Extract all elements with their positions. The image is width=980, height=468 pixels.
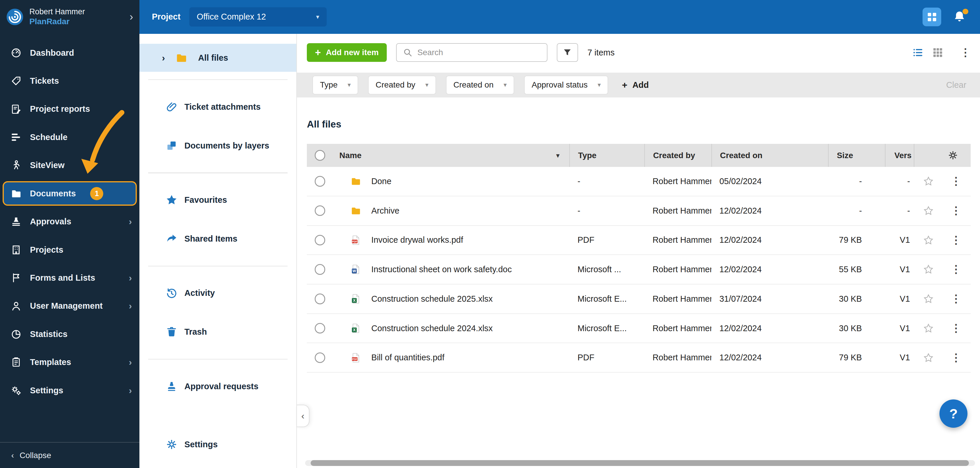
docnav-item-favourites[interactable]: Favourites: [139, 181, 296, 220]
sidebar-item-forms-and-lists[interactable]: Forms and Lists: [0, 264, 139, 292]
favourite-star-icon[interactable]: [923, 264, 934, 275]
row-checkbox[interactable]: [315, 176, 325, 186]
file-name[interactable]: Done: [371, 177, 391, 186]
sidebar-item-statistics[interactable]: Statistics: [0, 320, 139, 348]
expand-chevron-icon[interactable]: [162, 53, 165, 63]
row-checkbox[interactable]: [315, 352, 325, 363]
account-header[interactable]: Robert Hammer PlanRadar: [0, 0, 139, 34]
created-by: Robert Hammer: [644, 265, 711, 274]
file-name[interactable]: Invoice drywal works.pdf: [371, 235, 463, 245]
more-options-icon[interactable]: [960, 47, 970, 58]
sidebar-item-label: Approvals: [30, 217, 71, 226]
filter-button[interactable]: [557, 43, 578, 62]
favourite-star-icon[interactable]: [923, 205, 934, 216]
docnav-item-settings[interactable]: Settings: [139, 425, 296, 464]
clipboard-icon: [11, 357, 22, 368]
search-input[interactable]: [417, 48, 541, 57]
row-checkbox[interactable]: [315, 264, 325, 275]
row-menu-icon[interactable]: [951, 293, 961, 304]
project-label: Project: [152, 12, 181, 22]
favourite-star-icon[interactable]: [923, 235, 934, 245]
apps-grid-icon: [926, 11, 938, 23]
add-filter-button[interactable]: Add: [622, 80, 649, 91]
add-new-item-label: Add new item: [326, 48, 379, 57]
row-checkbox[interactable]: [315, 323, 325, 333]
file-size: 55 KB: [828, 265, 885, 274]
collapse-panel-handle[interactable]: [297, 405, 309, 427]
topbar: Project Office Complex 12: [139, 0, 980, 34]
divider: [148, 359, 288, 360]
sidebar-item-user-management[interactable]: User Management: [0, 292, 139, 320]
file-name[interactable]: Construction schedule 2025.xlsx: [371, 294, 493, 304]
collapse-sidebar-button[interactable]: Collapse: [0, 442, 139, 468]
list-view-icon[interactable]: [913, 47, 923, 58]
scrollbar-thumb[interactable]: [310, 460, 969, 466]
sidebar-item-project-reports[interactable]: Project reports: [0, 95, 139, 123]
column-header-version[interactable]: Vers: [885, 144, 914, 167]
docnav-item-documents-by-layers[interactable]: Documents by layers: [139, 126, 296, 165]
filter-dropdown-created-on[interactable]: Created on: [446, 76, 514, 94]
file-name[interactable]: Bill of quantities.pdf: [371, 353, 444, 362]
column-settings-button[interactable]: [914, 144, 970, 167]
table-row: PDFBill of quantities.pdf PDF Robert Ham…: [307, 343, 970, 372]
file-version: V1: [885, 265, 914, 274]
sidebar-item-templates[interactable]: Templates: [0, 348, 139, 376]
clear-filters-button[interactable]: Clear: [946, 80, 966, 90]
row-menu-icon[interactable]: [951, 205, 961, 216]
row-checkbox[interactable]: [315, 293, 325, 304]
row-menu-icon[interactable]: [951, 264, 961, 275]
favourite-star-icon[interactable]: [923, 352, 934, 363]
column-header-name[interactable]: Name: [333, 144, 570, 167]
apps-grid-button[interactable]: [923, 8, 941, 26]
filter-label: Created on: [453, 80, 493, 89]
row-menu-icon[interactable]: [951, 323, 961, 333]
project-selector[interactable]: Office Complex 12: [189, 7, 327, 27]
row-menu-icon[interactable]: [951, 176, 961, 186]
docnav-item-ticket-attachments[interactable]: Ticket attachments: [139, 88, 296, 126]
row-menu-icon[interactable]: [951, 352, 961, 363]
favourite-star-icon[interactable]: [923, 293, 934, 304]
sidebar-item-projects[interactable]: Projects: [0, 236, 139, 264]
trash-icon: [165, 326, 178, 338]
docnav-item-trash[interactable]: Trash: [139, 312, 296, 351]
file-name[interactable]: Instructional sheet on work safety.doc: [371, 265, 512, 274]
column-header-type[interactable]: Type: [570, 144, 644, 167]
sidebar-item-dashboard[interactable]: Dashboard: [0, 39, 139, 67]
sidebar-expand-icon[interactable]: [129, 11, 133, 23]
docnav-item-approval-requests[interactable]: Approval requests: [139, 367, 296, 406]
help-button[interactable]: ?: [939, 400, 967, 427]
filter-dropdown-approval-status[interactable]: Approval status: [524, 76, 608, 94]
docnav-item-label: Favourites: [185, 195, 227, 205]
sidebar-item-approvals[interactable]: Approvals: [0, 207, 139, 236]
docnav-item-activity[interactable]: Activity: [139, 274, 296, 313]
file-name[interactable]: Construction schedule 2024.xlsx: [371, 323, 493, 333]
select-all-checkbox[interactable]: [315, 150, 325, 161]
sidebar-item-documents[interactable]: Documents 1: [3, 181, 137, 206]
row-menu-icon[interactable]: [951, 235, 961, 245]
column-header-created-by[interactable]: Created by: [644, 144, 711, 167]
add-new-item-button[interactable]: Add new item: [307, 43, 387, 62]
sidebar-item-settings[interactable]: Settings: [0, 376, 139, 404]
file-type: Microsoft ...: [570, 265, 644, 274]
favourite-star-icon[interactable]: [923, 176, 934, 186]
folder-icon: [11, 188, 22, 199]
svg-text:PDF: PDF: [352, 358, 358, 361]
docnav-item-shared-items[interactable]: Shared Items: [139, 220, 296, 258]
funnel-icon: [563, 48, 572, 57]
filter-dropdown-type[interactable]: Type: [312, 76, 358, 94]
favourite-star-icon[interactable]: [923, 323, 934, 333]
filter-dropdown-created-by[interactable]: Created by: [368, 76, 436, 94]
sidebar-item-tickets[interactable]: Tickets: [0, 67, 139, 95]
grid-view-icon[interactable]: [932, 47, 943, 58]
sidebar-item-siteview[interactable]: SiteView: [0, 151, 139, 180]
file-name[interactable]: Archive: [371, 206, 399, 216]
row-checkbox[interactable]: [315, 205, 325, 216]
svg-text:X: X: [353, 328, 356, 332]
notifications-button[interactable]: [953, 10, 966, 24]
docnav-item-label: Trash: [185, 327, 207, 337]
column-header-size[interactable]: Size: [828, 144, 885, 167]
sidebar-item-schedule[interactable]: Schedule: [0, 123, 139, 151]
docnav-item-all-files[interactable]: All files: [139, 44, 296, 72]
column-header-created-on[interactable]: Created on: [711, 144, 828, 167]
row-checkbox[interactable]: [315, 235, 325, 245]
